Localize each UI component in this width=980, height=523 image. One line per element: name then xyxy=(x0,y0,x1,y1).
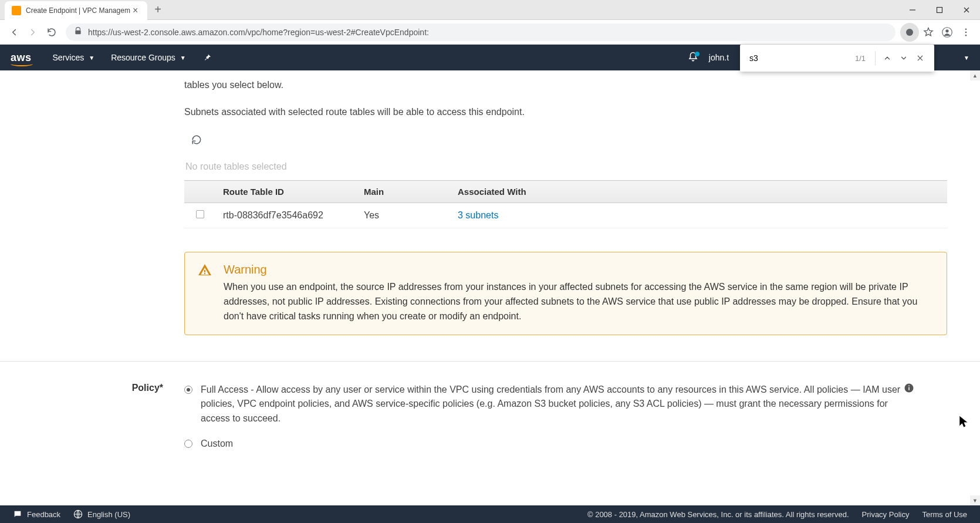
profile-icon[interactable] xyxy=(938,23,957,42)
scroll-down-button[interactable]: ▼ xyxy=(970,495,980,505)
services-menu[interactable]: Services ▼ xyxy=(53,53,95,62)
url-text: https://us-west-2.console.aws.amazon.com… xyxy=(88,28,429,37)
window-controls xyxy=(899,0,980,20)
find-next-button[interactable] xyxy=(895,50,912,66)
cell-route-table-id: rtb-08836df7e3546a692 xyxy=(216,203,357,228)
close-window-button[interactable] xyxy=(953,0,980,20)
svg-point-10 xyxy=(965,34,967,36)
subnets-link[interactable]: 3 subnets xyxy=(458,210,498,220)
tab-title: Create Endpoint | VPC Managem xyxy=(26,6,130,15)
browser-toolbar: https://us-west-2.console.aws.amazon.com… xyxy=(0,20,980,45)
col-associated-with[interactable]: Associated With xyxy=(451,181,732,203)
reload-button[interactable] xyxy=(42,23,61,42)
maximize-button[interactable] xyxy=(926,0,953,20)
warning-box: Warning When you use an endpoint, the so… xyxy=(184,252,947,335)
svg-point-9 xyxy=(965,31,967,33)
resource-groups-menu[interactable]: Resource Groups ▼ xyxy=(111,53,186,62)
table-header-row: Route Table ID Main Associated With xyxy=(184,181,947,203)
browser-tab-strip: Create Endpoint | VPC Managem × + xyxy=(0,0,980,20)
browser-tab[interactable]: Create Endpoint | VPC Managem × xyxy=(5,1,147,20)
route-tables-table: Route Table ID Main Associated With rtb-… xyxy=(184,180,947,228)
find-prev-button[interactable] xyxy=(879,50,895,66)
radio-custom[interactable] xyxy=(184,440,192,448)
find-match-count: 1/1 xyxy=(855,54,866,63)
policy-full-access-text: Full Access - Allow access by any user o… xyxy=(201,383,904,426)
refresh-button[interactable] xyxy=(188,131,205,149)
row-checkbox[interactable] xyxy=(196,210,204,218)
find-close-button[interactable] xyxy=(912,50,928,66)
find-input[interactable] xyxy=(749,53,855,63)
address-bar[interactable]: https://us-west-2.console.aws.amazon.com… xyxy=(66,23,895,41)
new-tab-button[interactable]: + xyxy=(147,3,168,16)
info-icon[interactable] xyxy=(904,383,914,396)
no-selection-text: No route tables selected xyxy=(185,161,947,172)
chevron-down-icon: ▼ xyxy=(89,55,94,61)
policy-custom-option[interactable]: Custom xyxy=(184,437,914,451)
minimize-button[interactable] xyxy=(899,0,926,20)
svg-rect-14 xyxy=(908,387,910,390)
tab-close-icon[interactable]: × xyxy=(130,5,140,16)
policy-full-access-option[interactable]: Full Access - Allow access by any user o… xyxy=(184,383,914,426)
browser-find-bar: 1/1 xyxy=(740,45,934,72)
page-content: tables you select below. Subnets associa… xyxy=(0,70,980,505)
scroll-up-button[interactable]: ▲ xyxy=(970,70,980,80)
resource-groups-label: Resource Groups xyxy=(111,53,175,62)
col-checkbox xyxy=(184,181,216,203)
aws-logo[interactable]: aws xyxy=(11,52,32,64)
warning-triangle-icon xyxy=(198,263,212,323)
warning-body: When you use an endpoint, the source IP … xyxy=(224,280,934,323)
browser-menu-icon[interactable] xyxy=(957,23,975,42)
account-user-menu[interactable]: john.t xyxy=(709,53,729,62)
warning-title: Warning xyxy=(224,263,934,276)
policy-section: Policy* Full Access - Allow access by an… xyxy=(184,383,947,462)
back-button[interactable] xyxy=(5,23,23,42)
intro-text: Subnets associated with selected route t… xyxy=(184,104,947,120)
pin-icon[interactable] xyxy=(202,53,212,62)
col-spacer xyxy=(732,181,947,203)
table-row[interactable]: rtb-08836df7e3546a692 Yes 3 subnets xyxy=(184,203,947,228)
intro-fragment: tables you select below. xyxy=(184,77,947,93)
col-route-table-id[interactable]: Route Table ID xyxy=(216,181,357,203)
radio-full-access[interactable] xyxy=(184,386,192,394)
chevron-down-icon[interactable]: ▼ xyxy=(964,55,969,61)
svg-point-7 xyxy=(945,29,948,32)
svg-rect-1 xyxy=(937,7,942,12)
aws-favicon xyxy=(12,6,21,15)
notifications-bell-icon[interactable] xyxy=(688,52,698,64)
extension-icon[interactable] xyxy=(900,23,919,42)
lock-icon xyxy=(74,27,82,37)
policy-label: Policy* xyxy=(11,383,184,462)
svg-point-5 xyxy=(906,29,913,36)
svg-point-8 xyxy=(965,28,967,30)
services-label: Services xyxy=(53,53,85,62)
notification-dot xyxy=(695,52,699,56)
svg-rect-4 xyxy=(75,31,80,34)
bookmark-star-icon[interactable] xyxy=(919,23,938,42)
policy-custom-text: Custom xyxy=(201,437,233,451)
col-main[interactable]: Main xyxy=(357,181,451,203)
forward-button[interactable] xyxy=(23,23,42,42)
chevron-down-icon: ▼ xyxy=(180,55,186,61)
svg-rect-15 xyxy=(908,385,910,386)
cell-main: Yes xyxy=(357,203,451,228)
